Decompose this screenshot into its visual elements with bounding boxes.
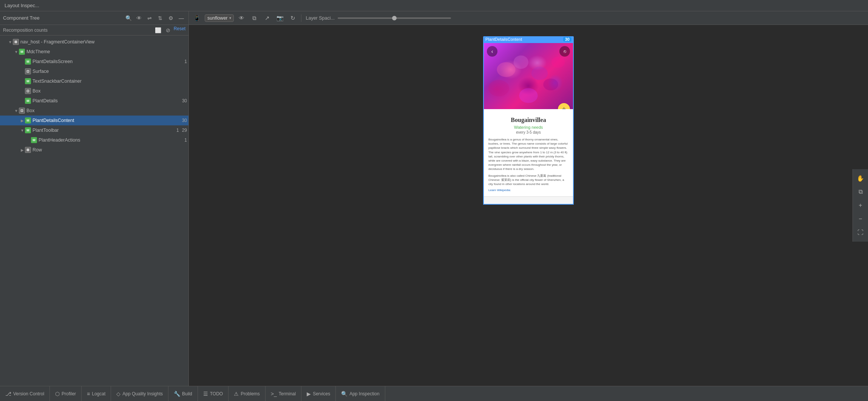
svg-point-3	[488, 80, 509, 96]
reset-button[interactable]: Reset	[174, 26, 185, 34]
share-button[interactable]: ⎋	[559, 46, 570, 57]
app-inspection-tab[interactable]: 🔍 App Inspection	[336, 386, 385, 401]
tree-node-name: PlantToolbar	[32, 128, 173, 133]
zoom-out-tool[interactable]: −	[854, 213, 866, 225]
todo-label: TODO	[210, 391, 223, 396]
inspector-tool[interactable]: ⧉	[854, 186, 866, 198]
terminal-tab[interactable]: >_ Terminal	[266, 386, 301, 401]
tree-item-selected[interactable]: ▶ M PlantDetailsContent 30	[0, 116, 188, 125]
tree-node-name: MdcTheme	[26, 49, 187, 54]
window-title: Layout Inspec...	[5, 3, 39, 8]
version-control-icon: ⎇	[5, 391, 11, 397]
build-label: Build	[182, 391, 192, 396]
slider-thumb	[392, 16, 397, 20]
box2-icon: ⊡	[19, 108, 25, 114]
filter-button[interactable]: ⇌	[145, 14, 154, 22]
close-panel-button[interactable]: —	[177, 14, 185, 22]
tree-node-name: Box	[32, 88, 187, 94]
svg-point-2	[531, 66, 548, 80]
refresh-button[interactable]: ↻	[288, 13, 298, 23]
tree-node-count2: 29	[182, 128, 187, 133]
panel-toolbar: Component Tree 🔍 👁 ⇌ ⇅ ⚙ —	[0, 11, 188, 25]
plant-details-icon: M	[25, 98, 31, 104]
left-panel: Component Tree 🔍 👁 ⇌ ⇅ ⚙ — Recomposition…	[0, 11, 189, 386]
bottom-bar: ⎇ Version Control ⬡ Profiler ≡ Logcat ◇ …	[0, 386, 868, 401]
version-control-tab[interactable]: ⎇ Version Control	[0, 386, 50, 401]
app-quality-label: App Quality Insights	[122, 391, 163, 396]
title-bar: Layout Inspec...	[0, 0, 868, 11]
device-selector[interactable]: sunflower ▾	[205, 14, 234, 22]
tree-node-count: 1	[176, 128, 179, 133]
chevron-down-icon: ▾	[229, 16, 231, 20]
layer-spacing-label: Layer Spaci...	[306, 15, 335, 21]
eye-button[interactable]: 👁	[237, 13, 247, 23]
collapse-button[interactable]: ⇅	[156, 14, 164, 22]
surface-icon: ⊡	[25, 68, 31, 74]
export-button[interactable]: ↗	[263, 13, 272, 23]
tree-item[interactable]: ▼ M MdcTheme	[0, 47, 188, 57]
plant-name: Bougainvillea	[488, 117, 568, 123]
tree-item[interactable]: ▼ ⊞ nav_host - FragmentContainerView	[0, 37, 188, 47]
plant-wiki-link[interactable]: Learn Wikipedia:	[488, 188, 568, 192]
tree-node-count: 1	[184, 59, 187, 64]
settings-button[interactable]: ⚙	[167, 14, 175, 22]
fullscreen-tool[interactable]: ⛶	[854, 227, 866, 239]
todo-icon: ☰	[203, 391, 208, 397]
app-inspection-label: App Inspection	[349, 391, 379, 396]
right-panel: 📱 sunflower ▾ 👁 ⧉ ↗ 📷 ↻ Layer Spaci... P…	[189, 11, 868, 386]
device-mockup: PlantDetailsContent 30	[483, 36, 574, 205]
copy-button[interactable]: ⬜	[154, 26, 162, 34]
tree-item[interactable]: ⊡ Surface	[0, 66, 188, 76]
layer-spacing-slider[interactable]	[338, 17, 451, 19]
highlight-button[interactable]: 👁	[135, 14, 143, 22]
zoom-in-tool[interactable]: +	[854, 199, 866, 211]
tree-item[interactable]: M PlantDetails 30	[0, 96, 188, 106]
component-tree-label: Component Tree	[3, 15, 40, 21]
right-toolbar: 📱 sunflower ▾ 👁 ⧉ ↗ 📷 ↻ Layer Spaci...	[189, 11, 868, 25]
mdc-theme-icon: M	[19, 49, 25, 55]
version-control-label: Version Control	[13, 391, 44, 396]
back-button[interactable]: ‹	[487, 46, 497, 57]
camera-button[interactable]: 📷	[275, 13, 285, 23]
profiler-tab[interactable]: ⬡ Profiler	[50, 386, 82, 401]
tree-node-name: TextSnackbarContainer	[32, 79, 187, 84]
component-label-count: 30	[563, 37, 571, 42]
tree-item[interactable]: M PlantDetailsScreen 1	[0, 57, 188, 66]
build-tab[interactable]: 🔧 Build	[168, 386, 198, 401]
recomposition-label: Recomposition counts	[3, 28, 48, 33]
services-icon: ▶	[307, 391, 311, 397]
block-button[interactable]: ⊘	[164, 26, 172, 34]
tree-node-name: PlantDetailsContent	[32, 118, 179, 123]
tree-item[interactable]: ▼ M PlantToolbar 1 29	[0, 125, 188, 135]
tree-item[interactable]: M PlantHeaderActions 1	[0, 135, 188, 145]
plant-description2: Bougainvillea is also called Chinese 九重葛…	[488, 174, 568, 187]
toolbar-icons: 🔍 👁 ⇌ ⇅ ⚙ —	[124, 14, 185, 22]
tree-item[interactable]: ▶ ⊞ Row	[0, 145, 188, 155]
svg-point-1	[514, 56, 528, 69]
device-screen: ‹ ⎋ + Bougainvillea Watering needs every…	[483, 42, 574, 205]
tree-node-name: nav_host - FragmentContainerView	[20, 39, 187, 45]
search-button[interactable]: 🔍	[124, 14, 133, 22]
profiler-icon: ⬡	[55, 391, 60, 397]
terminal-icon: >_	[271, 391, 277, 397]
tree-item[interactable]: M TextSnackbarContainer	[0, 76, 188, 86]
right-side-tools: ✋ ⧉ + − ⛶	[853, 169, 868, 242]
problems-label: Problems	[241, 391, 260, 396]
tree-item[interactable]: ▼ ⊡ Box	[0, 106, 188, 116]
recomposition-bar: Recomposition counts ⬜ ⊘ Reset	[0, 25, 188, 35]
logcat-tab[interactable]: ≡ Logcat	[82, 386, 111, 401]
watering-days: every 3-5 days	[488, 130, 568, 134]
svg-point-4	[543, 79, 558, 90]
problems-tab[interactable]: ⚠ Problems	[229, 386, 266, 401]
todo-tab[interactable]: ☰ TODO	[198, 386, 229, 401]
cursor-tool[interactable]: ✋	[854, 172, 866, 184]
device-screen-icon[interactable]: 📱	[192, 13, 202, 23]
rotate-button[interactable]: ⧉	[250, 13, 259, 23]
plant-image: ‹ ⎋ +	[484, 43, 573, 109]
tree-item[interactable]: ⊡ Box	[0, 86, 188, 96]
device-label-bar: PlantDetailsContent 30	[483, 36, 574, 42]
plant-info: Bougainvillea Watering needs every 3-5 d…	[484, 109, 573, 196]
tree-node-count: 30	[182, 118, 187, 123]
services-tab[interactable]: ▶ Services	[301, 386, 336, 401]
app-quality-tab[interactable]: ◇ App Quality Insights	[111, 386, 168, 401]
